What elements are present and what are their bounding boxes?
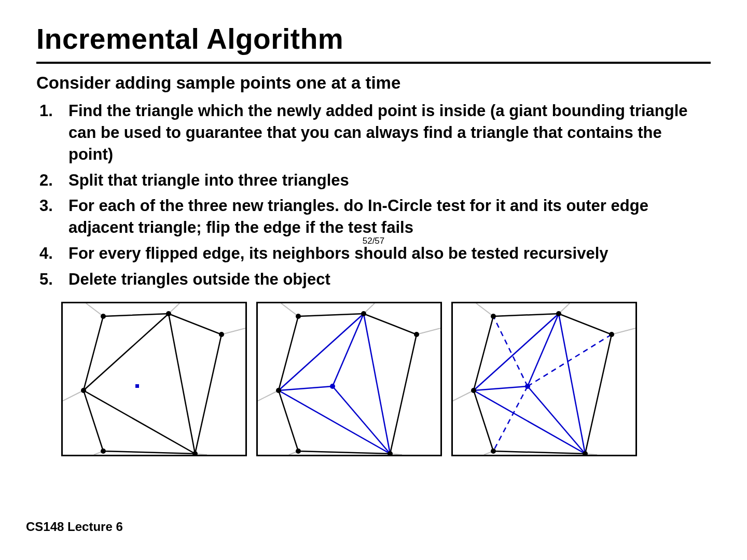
svg-line-47	[474, 314, 559, 390]
svg-line-52	[528, 386, 585, 454]
svg-point-31	[361, 311, 366, 316]
svg-line-39	[612, 328, 635, 334]
svg-point-15	[81, 388, 86, 393]
svg-line-27	[333, 314, 364, 386]
svg-line-20	[258, 390, 279, 401]
slide-footer: CS148 Lecture 6	[26, 520, 123, 534]
svg-line-3	[63, 390, 84, 401]
svg-line-24	[279, 314, 364, 390]
slide-title: Incremental Algorithm	[36, 22, 711, 55]
svg-line-28	[279, 386, 333, 390]
svg-point-58	[471, 388, 476, 393]
svg-line-8	[169, 314, 195, 454]
svg-line-0	[86, 303, 103, 316]
step-1: Find the triangle which the newly added …	[68, 100, 711, 165]
figure-3	[451, 302, 637, 456]
slide-subtitle: Consider adding sample points one at a t…	[36, 73, 711, 93]
svg-point-13	[192, 451, 198, 455]
svg-point-30	[296, 314, 301, 319]
svg-line-2	[222, 328, 245, 334]
svg-line-51	[474, 386, 528, 390]
svg-point-55	[609, 332, 614, 337]
svg-line-26	[279, 390, 390, 454]
svg-point-10	[101, 314, 106, 319]
svg-line-7	[84, 314, 169, 390]
figure-1	[61, 302, 247, 456]
figure-1-svg	[63, 303, 245, 455]
svg-line-19	[417, 328, 440, 334]
svg-line-29	[333, 386, 390, 454]
step-2: Split that triangle into three triangles	[68, 170, 711, 191]
svg-line-37	[476, 303, 493, 316]
svg-marker-6	[84, 314, 222, 454]
svg-point-59	[525, 384, 530, 389]
svg-marker-23	[279, 314, 417, 454]
svg-line-44	[493, 316, 528, 386]
svg-point-12	[219, 332, 224, 337]
slide: Incremental Algorithm Consider adding sa…	[0, 0, 747, 560]
steps-list: Find the triangle which the newly added …	[36, 100, 711, 290]
page-counter-overlay: 52/57	[363, 236, 385, 246]
svg-rect-16	[135, 384, 139, 388]
step-5: Delete triangles outside the object	[68, 269, 711, 290]
svg-point-54	[556, 311, 561, 316]
svg-point-11	[166, 311, 171, 316]
svg-point-14	[101, 449, 106, 454]
svg-point-34	[296, 449, 301, 454]
svg-point-35	[276, 388, 281, 393]
svg-line-49	[474, 390, 585, 454]
svg-line-40	[453, 390, 474, 401]
svg-point-57	[491, 449, 496, 454]
svg-line-17	[281, 303, 298, 316]
figure-2	[256, 302, 442, 456]
figure-2-svg	[258, 303, 440, 455]
svg-line-9	[84, 390, 195, 454]
step-3: For each of the three new triangles. do …	[68, 195, 711, 239]
figures-row	[36, 302, 711, 456]
svg-point-32	[414, 332, 419, 337]
step-4: For every flipped edge, its neighbors sh…	[68, 243, 711, 264]
svg-marker-43	[474, 314, 612, 454]
title-rule	[36, 62, 711, 64]
svg-point-53	[491, 314, 496, 319]
figure-3-svg	[453, 303, 635, 455]
svg-line-25	[364, 314, 390, 454]
svg-line-45	[528, 334, 612, 386]
svg-point-36	[330, 384, 335, 389]
svg-line-50	[528, 314, 559, 386]
svg-line-48	[559, 314, 585, 454]
